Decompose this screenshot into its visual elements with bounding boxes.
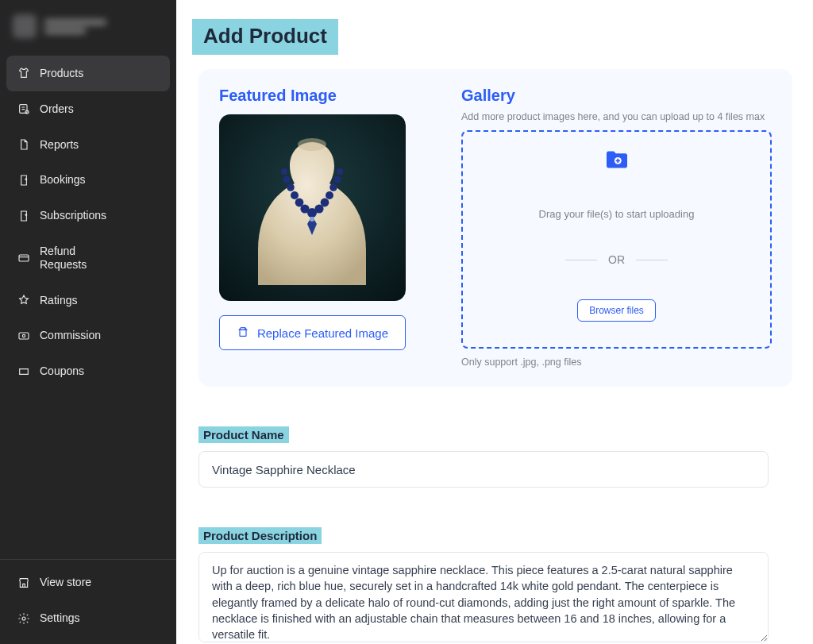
sidebar-separator <box>0 559 176 560</box>
product-description-label: Product Description <box>198 527 322 544</box>
sidebar-label: Ratings <box>40 294 77 307</box>
svg-point-9 <box>287 183 295 191</box>
sidebar-label: Bookings <box>40 173 86 187</box>
sidebar-label: Subscriptions <box>40 209 106 222</box>
ticket-icon <box>17 365 30 378</box>
sidebar-item-ratings[interactable]: Ratings <box>6 283 170 318</box>
svg-point-7 <box>298 138 326 151</box>
sidebar-item-settings[interactable]: Settings <box>6 600 170 636</box>
svg-rect-3 <box>19 333 29 339</box>
featured-image-title: Featured Image <box>219 87 430 105</box>
drag-text: Drag your file(s) to start uploading <box>539 208 695 220</box>
sidebar-label: View store <box>40 576 91 589</box>
svg-point-21 <box>310 217 314 222</box>
svg-point-17 <box>329 183 337 191</box>
gallery-title: Gallery <box>461 87 772 105</box>
sidebar-label: Products <box>40 67 83 80</box>
sidebar-label: Refund Requests <box>40 245 103 272</box>
commission-icon <box>17 330 30 342</box>
or-text: OR <box>608 253 625 266</box>
sidebar-item-coupons[interactable]: Coupons <box>6 353 170 389</box>
gallery-section: Gallery Add more product images here, an… <box>461 87 772 368</box>
support-hint: Only support .jpg, .png files <box>461 357 772 368</box>
featured-image-section: Featured Image <box>219 87 430 368</box>
sidebar-item-reports[interactable]: Reports <box>6 127 170 163</box>
gallery-hint: Add more product images here, and you ca… <box>461 111 772 122</box>
sidebar-label: Reports <box>40 138 79 152</box>
sidebar: Products Orders Reports Bookings Subscri… <box>0 0 176 644</box>
sidebar-label: Settings <box>40 611 80 625</box>
list-check-icon <box>17 102 30 115</box>
sidebar-item-orders[interactable]: Orders <box>6 91 170 127</box>
main-content: Add Product Featured Image <box>176 0 813 644</box>
page-title: Add Product <box>192 19 338 55</box>
replace-label: Replace Featured Image <box>257 326 388 340</box>
sidebar-label: Coupons <box>40 364 84 378</box>
svg-point-10 <box>291 191 299 199</box>
card-icon <box>17 252 30 264</box>
sidebar-item-commission[interactable]: Commission <box>6 318 170 353</box>
svg-point-5 <box>22 617 25 620</box>
svg-point-19 <box>281 168 287 175</box>
image-card: Featured Image <box>198 69 792 387</box>
product-description-textarea[interactable] <box>198 552 769 642</box>
browser-files-button[interactable]: Browser files <box>577 299 656 322</box>
sidebar-footer-nav: View store Settings <box>0 565 176 644</box>
sidebar-item-view-store[interactable]: View store <box>6 565 170 600</box>
svg-point-4 <box>22 334 25 337</box>
star-icon <box>17 294 30 307</box>
replace-icon <box>237 326 249 341</box>
svg-point-18 <box>334 176 341 183</box>
svg-point-16 <box>326 191 333 199</box>
sidebar-item-subscriptions[interactable]: Subscriptions <box>6 198 170 233</box>
sidebar-label: Commission <box>40 329 101 342</box>
featured-image-thumb <box>219 114 406 301</box>
gallery-dropzone[interactable]: Drag your file(s) to start uploading OR … <box>461 130 772 349</box>
sidebar-label: Orders <box>40 102 74 116</box>
svg-rect-0 <box>20 105 27 114</box>
svg-point-15 <box>321 199 329 207</box>
svg-rect-22 <box>240 330 246 336</box>
upload-folder-icon <box>604 149 630 170</box>
brand-blurred <box>13 8 164 44</box>
sidebar-item-refund-requests[interactable]: Refund Requests <box>6 233 170 283</box>
svg-point-20 <box>337 168 343 175</box>
document-icon <box>17 138 30 151</box>
or-row: OR <box>565 253 668 266</box>
doc-arrow-icon <box>17 174 30 187</box>
svg-rect-2 <box>19 255 29 261</box>
store-icon <box>17 577 30 589</box>
sidebar-item-bookings[interactable]: Bookings <box>6 162 170 198</box>
replace-featured-image-button[interactable]: Replace Featured Image <box>219 315 406 350</box>
svg-point-8 <box>283 176 291 183</box>
product-name-input[interactable] <box>198 451 769 488</box>
gear-icon <box>17 612 30 625</box>
product-name-label: Product Name <box>198 426 289 443</box>
sidebar-nav: Products Orders Reports Bookings Subscri… <box>0 56 176 389</box>
doc-arrow-icon <box>17 210 30 222</box>
shirt-icon <box>17 67 30 79</box>
sidebar-item-products[interactable]: Products <box>6 56 170 91</box>
